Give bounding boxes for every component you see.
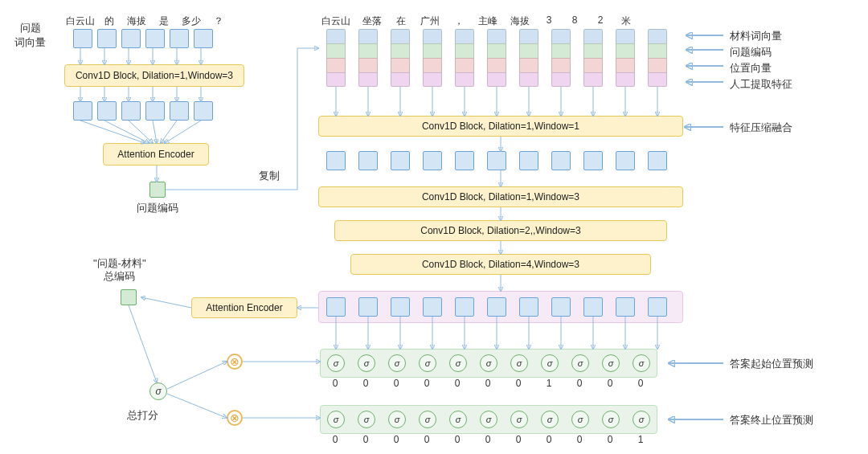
feature-col xyxy=(519,29,538,87)
ctx-vec-box xyxy=(616,297,635,317)
ctx-vec-box xyxy=(423,297,442,317)
start-values-row: 00000001000 xyxy=(326,378,649,389)
feature-col xyxy=(551,29,571,87)
q-hidden-box xyxy=(194,101,213,121)
ctx-row-final xyxy=(326,297,667,317)
q-hidden-box xyxy=(145,101,165,121)
ctx-attention-encoder-block: Attention Encoder xyxy=(191,297,297,318)
ctx-box xyxy=(519,151,538,170)
q-token-box xyxy=(170,29,189,48)
qm-encoding-box xyxy=(121,289,137,305)
feature-col xyxy=(583,29,603,87)
svg-line-13 xyxy=(104,121,149,143)
sigma-circle: σ xyxy=(541,354,559,372)
ctx-box xyxy=(487,151,506,170)
ctx-vec-box xyxy=(551,297,571,317)
sigma-circle: σ xyxy=(480,411,497,428)
svg-line-12 xyxy=(80,121,145,143)
ctx-vec-box xyxy=(358,297,378,317)
ctx-box xyxy=(455,151,474,170)
ctx-box xyxy=(391,151,410,170)
q-hidden-row xyxy=(71,101,215,121)
sigma-circle: σ xyxy=(419,411,436,428)
sigma-circle: σ xyxy=(358,354,375,372)
end-sigma-row: σ σ σ σ σ σ σ σ σ σ σ xyxy=(320,405,657,434)
sigma-circle: σ xyxy=(449,354,467,372)
multiply-start: ⊗ xyxy=(227,354,243,370)
svg-line-49 xyxy=(167,362,227,389)
start-sigma-row: σ σ σ σ σ σ σ σ σ σ σ xyxy=(320,349,657,378)
feature-col xyxy=(648,29,667,87)
sigma-circle: σ xyxy=(571,354,589,372)
ctx-box xyxy=(583,151,603,170)
sigma-circle: σ xyxy=(480,354,497,372)
copy-label: 复制 xyxy=(259,169,280,183)
label-start-pred: 答案起始位置预测 xyxy=(730,357,813,371)
question-box-row xyxy=(71,29,215,48)
feature-col xyxy=(391,29,410,87)
svg-line-47 xyxy=(141,297,191,308)
q-hidden-box xyxy=(73,101,92,121)
feature-col xyxy=(455,29,474,87)
sigma-circle: σ xyxy=(571,411,589,428)
ctx-box xyxy=(423,151,442,170)
q-token-box xyxy=(97,29,117,48)
qm-encoding-label: "问题-材料" 总编码 xyxy=(93,257,146,283)
ctx-conv-block-1: Conv1D Block, Dilation=1,Window=1 xyxy=(318,116,683,137)
sigma-circle: σ xyxy=(419,354,436,372)
score-label: 总打分 xyxy=(127,408,158,423)
ctx-vec-box xyxy=(583,297,603,317)
q-hidden-box xyxy=(170,101,189,121)
ctx-conv-block-4: Conv1D Block, Dilation=4,Window=3 xyxy=(350,254,651,275)
feature-col xyxy=(326,29,346,87)
ctx-box xyxy=(326,151,346,170)
q-token-box xyxy=(121,29,141,48)
sigma-circle: σ xyxy=(449,411,467,428)
ctx-conv-block-2: Conv1D Block, Dilation=1,Window=3 xyxy=(318,186,683,207)
ctx-box xyxy=(551,151,571,170)
label-position-emb: 位置向量 xyxy=(730,61,772,76)
ctx-box xyxy=(616,151,635,170)
ctx-row-1 xyxy=(326,151,667,170)
ctx-vec-box xyxy=(391,297,410,317)
sigma-circle: σ xyxy=(633,411,650,428)
feature-col xyxy=(358,29,378,87)
sigma-circle: σ xyxy=(602,354,620,372)
q-conv-block: Conv1D Block, Dilation=1,Window=3 xyxy=(64,64,244,87)
context-token-row: 白云山 坐落 在 广州 ， 主峰 海拔 3 8 2 米 xyxy=(320,14,635,28)
feature-col xyxy=(487,29,506,87)
svg-line-50 xyxy=(167,394,227,418)
score-sigma: σ xyxy=(149,382,167,400)
svg-line-17 xyxy=(165,121,201,143)
sigma-circle: σ xyxy=(510,411,528,428)
ctx-vec-box xyxy=(519,297,538,317)
context-feature-stack xyxy=(326,29,667,87)
label-fusion: 特征压缩融合 xyxy=(730,121,792,135)
q-hidden-box xyxy=(97,101,117,121)
ctx-box xyxy=(358,151,378,170)
sigma-circle: σ xyxy=(541,411,559,428)
sigma-circle: σ xyxy=(327,354,345,372)
svg-line-16 xyxy=(161,121,177,143)
q-token-box xyxy=(73,29,92,48)
q-token-box xyxy=(145,29,165,48)
q-attention-encoder-block: Attention Encoder xyxy=(103,143,209,166)
q-hidden-box xyxy=(121,101,141,121)
sigma-circle: σ xyxy=(327,411,345,428)
ctx-conv-block-3: Conv1D Block, Dilation=2,,Window=3 xyxy=(334,220,667,241)
svg-line-48 xyxy=(129,305,157,382)
ctx-vec-box xyxy=(487,297,506,317)
svg-line-15 xyxy=(153,121,157,143)
feature-col xyxy=(423,29,442,87)
feature-col xyxy=(616,29,635,87)
sigma-circle: σ xyxy=(358,411,375,428)
ctx-vec-box xyxy=(326,297,346,317)
q-encoding-label: 问题编码 xyxy=(137,201,178,215)
sigma-circle: σ xyxy=(510,354,528,372)
sigma-circle: σ xyxy=(388,411,406,428)
ctx-vec-box xyxy=(455,297,474,317)
question-token-row: 白云山 的 海拔 是 多少 ？ xyxy=(64,14,230,28)
label-end-pred: 答案终止位置预测 xyxy=(730,413,813,427)
ctx-vec-box xyxy=(648,297,667,317)
multiply-end: ⊗ xyxy=(227,410,243,426)
